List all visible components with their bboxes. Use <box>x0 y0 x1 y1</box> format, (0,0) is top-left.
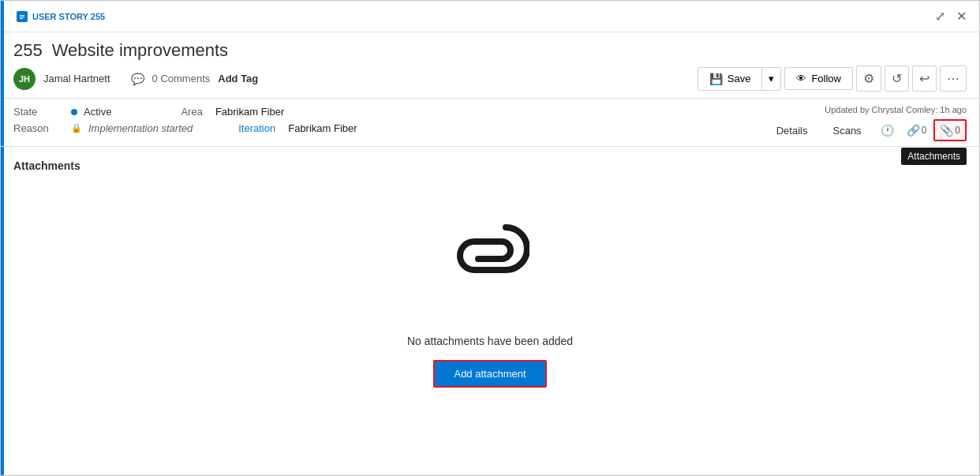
link-count: 0 <box>922 125 927 136</box>
attachments-tooltip: Attachments <box>901 148 967 165</box>
area-label: Area <box>181 106 202 118</box>
content-area: Attachments No attachments have been add… <box>1 147 979 416</box>
section-title: Attachments <box>13 159 967 172</box>
add-attachment-button[interactable]: Add attachment <box>433 360 546 388</box>
save-dropdown-button[interactable]: ▾ <box>761 68 780 89</box>
reason-field: Reason 🔒 Implementation started Iteratio… <box>13 120 765 137</box>
iteration-label[interactable]: Iteration <box>238 122 275 134</box>
avatar: JH <box>13 68 36 90</box>
save-button-group: 💾 Save ▾ <box>698 67 782 91</box>
close-button[interactable]: ✕ <box>953 6 970 27</box>
paperclip-icon: 📎 <box>940 124 953 137</box>
chevron-down-icon: ▾ <box>769 73 774 84</box>
undo-button[interactable]: ↩ <box>912 66 937 92</box>
state-field: State Active Area Fabrikam Fiber <box>13 103 765 120</box>
save-button[interactable]: 💾 Save <box>698 68 762 90</box>
comment-count: 0 Comments <box>152 73 211 84</box>
follow-label: Follow <box>811 73 841 84</box>
history-icon: 🕐 <box>881 124 894 137</box>
lock-icon: 🔒 <box>71 123 82 133</box>
attachment-count: 0 <box>955 125 960 136</box>
state-value: Active <box>84 106 111 118</box>
story-title: Website improvements <box>52 40 228 61</box>
details-tab[interactable]: Details <box>765 120 820 141</box>
link-icon: 🔗 <box>907 124 920 137</box>
user-story-badge: USER STORY 255 <box>32 12 105 21</box>
svg-rect-3 <box>20 18 23 19</box>
attachment-empty-state: No attachments have been added Add attac… <box>13 188 967 403</box>
area-value: Fabrikam Fiber <box>215 106 284 118</box>
follow-button[interactable]: 👁 Follow <box>784 67 853 90</box>
state-label: State <box>13 106 65 118</box>
settings-button[interactable]: ⚙ <box>856 66 881 92</box>
title-bar: USER STORY 255 ⤢ ✕ <box>1 1 979 32</box>
paperclip-large-icon <box>451 219 529 322</box>
updated-text: Updated by Chrystal Comley: 1h ago <box>825 103 967 114</box>
iteration-value: Fabrikam Fiber <box>288 122 357 134</box>
reason-label: Reason <box>13 122 65 134</box>
status-dot <box>71 109 77 115</box>
attachments-button-container: 📎 0 Attachments <box>933 119 967 141</box>
story-number: 255 <box>13 40 43 61</box>
svg-rect-1 <box>20 15 24 16</box>
left-accent <box>1 1 4 475</box>
attachments-button[interactable]: 📎 0 <box>933 119 967 141</box>
collapse-button[interactable]: ⤢ <box>932 6 948 27</box>
eye-icon: 👁 <box>796 73 806 84</box>
save-label: Save <box>728 73 751 84</box>
svg-rect-2 <box>20 17 24 17</box>
refresh-button[interactable]: ↺ <box>885 66 909 92</box>
user-story-icon <box>17 11 28 22</box>
history-button[interactable]: 🕐 <box>875 120 900 141</box>
comment-icon: 💬 <box>131 73 144 85</box>
more-button[interactable]: ⋯ <box>940 66 967 92</box>
reason-value: Implementation started <box>88 122 193 134</box>
author-name: Jamal Hartnett <box>43 73 110 84</box>
save-disk-icon: 💾 <box>709 73 723 85</box>
empty-message: No attachments have been added <box>407 335 573 347</box>
links-button[interactable]: 🔗 0 <box>901 120 933 141</box>
page-title-row: 255 Website improvements <box>1 32 979 66</box>
add-tag-button[interactable]: Add Tag <box>218 73 258 84</box>
scans-tab[interactable]: Scans <box>821 120 873 141</box>
